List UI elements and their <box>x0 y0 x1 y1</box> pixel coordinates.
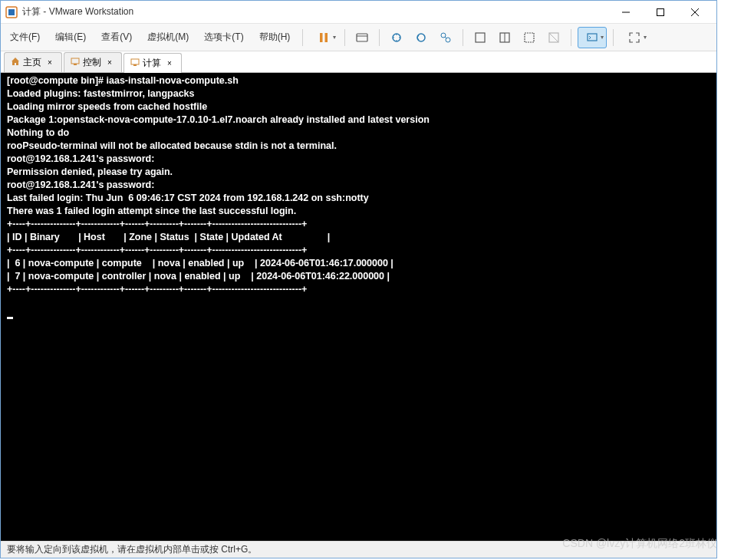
vm-icon <box>130 58 140 69</box>
svg-rect-22 <box>71 58 79 64</box>
tab-label: 计算 <box>143 57 161 70</box>
fullscreen-button[interactable] <box>620 27 649 48</box>
minimize-button[interactable] <box>608 1 643 23</box>
svg-point-11 <box>417 34 425 41</box>
status-bar: 要将输入定向到该虚拟机，请在虚拟机内部单击或按 Ctrl+G。 <box>1 541 716 558</box>
svg-rect-1 <box>8 9 15 15</box>
home-icon <box>11 57 20 68</box>
window-controls <box>608 1 712 23</box>
menu-view[interactable]: 查看(V) <box>95 28 138 47</box>
snapshot-button[interactable] <box>386 27 407 48</box>
send-ctrl-alt-del-button[interactable] <box>351 27 373 48</box>
svg-rect-19 <box>549 33 558 42</box>
svg-rect-24 <box>131 59 139 64</box>
tab-home[interactable]: 主页 × <box>4 52 62 72</box>
terminal-area[interactable]: [root@compute bin]# iaas-install-nova-co… <box>1 73 716 541</box>
separator <box>344 29 345 46</box>
menu-file[interactable]: 文件(F) <box>4 28 46 47</box>
svg-rect-7 <box>325 33 328 42</box>
tab-label: 主页 <box>23 56 41 69</box>
tab-close-icon[interactable]: × <box>164 58 175 69</box>
svg-line-20 <box>549 33 558 42</box>
menu-bar: 文件(F) 编辑(E) 查看(V) 虚拟机(M) 选项卡(T) 帮助(H) <box>1 24 716 51</box>
console-view-button[interactable] <box>578 27 607 48</box>
svg-line-14 <box>445 37 446 38</box>
layout-single-icon[interactable] <box>469 27 491 48</box>
svg-rect-6 <box>320 33 323 42</box>
manage-snapshots-button[interactable] <box>435 27 456 48</box>
layout-split-icon[interactable] <box>494 27 515 48</box>
layout-grid-icon[interactable] <box>519 27 540 48</box>
menu-tabs[interactable]: 选项卡(T) <box>198 28 249 47</box>
svg-rect-25 <box>133 64 137 66</box>
separator <box>463 29 463 46</box>
svg-rect-3 <box>657 8 663 15</box>
close-button[interactable] <box>677 1 712 23</box>
svg-rect-8 <box>357 34 367 41</box>
revert-snapshot-button[interactable] <box>410 27 432 48</box>
terminal-output: [root@compute bin]# iaas-install-nova-co… <box>7 74 710 321</box>
window-title: 计算 - VMware Workstation <box>22 5 608 18</box>
menu-vm[interactable]: 虚拟机(M) <box>141 28 195 47</box>
svg-rect-23 <box>74 64 77 65</box>
menu-edit[interactable]: 编辑(E) <box>49 28 92 47</box>
title-bar: 计算 - VMware Workstation <box>1 1 716 24</box>
layout-disabled-icon <box>543 27 565 48</box>
tab-close-icon[interactable]: × <box>104 58 115 68</box>
svg-rect-18 <box>525 33 534 42</box>
status-hint: 要将输入定向到该虚拟机，请在虚拟机内部单击或按 Ctrl+G。 <box>7 543 257 556</box>
cursor <box>7 317 13 319</box>
separator <box>571 29 571 46</box>
app-icon <box>5 6 18 18</box>
svg-rect-15 <box>476 33 485 42</box>
tab-control[interactable]: 控制 × <box>64 52 122 72</box>
tab-bar: 主页 × 控制 × 计算 × <box>1 51 716 73</box>
separator <box>379 29 380 46</box>
tab-label: 控制 <box>83 56 101 69</box>
pause-button[interactable] <box>309 27 338 48</box>
separator <box>613 29 614 46</box>
maximize-button[interactable] <box>643 1 677 23</box>
vm-icon <box>71 57 80 68</box>
tab-close-icon[interactable]: × <box>44 58 55 68</box>
menu-help[interactable]: 帮助(H) <box>253 28 297 47</box>
tab-compute[interactable]: 计算 × <box>123 53 182 73</box>
svg-rect-21 <box>588 34 597 41</box>
separator <box>302 29 303 46</box>
application-window: 计算 - VMware Workstation 文件(F) 编辑(E) 查看(V… <box>0 0 717 558</box>
